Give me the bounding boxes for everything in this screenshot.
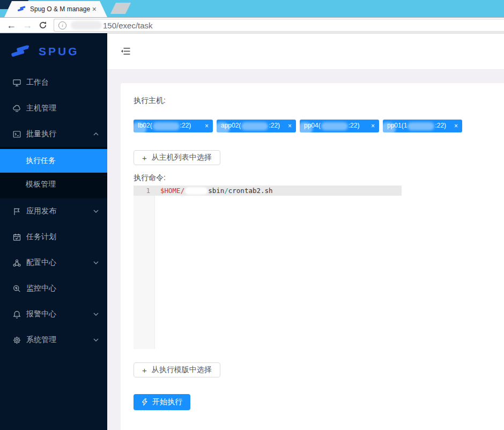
- exec-task-card: 执行主机: lb02(:22) × app02(:22) × pp04(:22)…: [121, 83, 504, 430]
- new-tab-button[interactable]: [110, 3, 131, 14]
- redaction-blur: [241, 122, 268, 130]
- sidebar-item-app-release[interactable]: 应用发布: [0, 198, 107, 224]
- logo-text: SPUG: [39, 45, 79, 58]
- sidebar-item-workbench[interactable]: 工作台: [0, 70, 107, 95]
- host-tag[interactable]: lb02(:22) ×: [134, 120, 213, 132]
- exec-command-label: 执行命令:: [134, 173, 491, 183]
- sidebar-item-label: 批量执行: [26, 129, 93, 139]
- browser-tab-bar: Spug O & M managem ×: [0, 0, 504, 17]
- monitor-icon: [13, 285, 21, 293]
- main-content: 执行主机: lb02(:22) × app02(:22) × pp04(:22)…: [107, 70, 504, 430]
- plus-icon: +: [142, 366, 147, 375]
- setting-icon: [13, 336, 21, 344]
- select-template-button[interactable]: + 从执行模版中选择: [134, 362, 220, 377]
- forward-icon: →: [23, 20, 32, 30]
- tag-close-icon[interactable]: ×: [205, 123, 209, 129]
- sidebar-item-label: 工作台: [26, 78, 99, 87]
- info-icon[interactable]: i: [58, 21, 66, 29]
- code-icon: [13, 130, 21, 138]
- caret-down-icon: [93, 338, 99, 342]
- select-hosts-button[interactable]: + 从主机列表中选择: [134, 150, 220, 165]
- caret-down-icon: [93, 210, 99, 213]
- editor-line-1: 1 $HOME/sbin/crontab2.sh: [134, 186, 402, 196]
- redaction-blur: [321, 122, 348, 130]
- cloud-server-icon: [13, 105, 21, 113]
- flag-icon: [13, 207, 21, 216]
- deployment-icon: [13, 259, 21, 267]
- redaction-blur: [153, 122, 180, 130]
- url-text[interactable]: 150/exec/task: [103, 21, 153, 30]
- redaction-blur: [185, 187, 207, 195]
- host-tag[interactable]: app02(:22) ×: [217, 120, 296, 132]
- tag-close-icon[interactable]: ×: [288, 123, 292, 129]
- spug-logo-icon: [11, 43, 30, 60]
- start-exec-button[interactable]: 开始执行: [134, 394, 190, 410]
- tab-title: Spug O & M managem: [30, 5, 90, 13]
- sidebar-item-system-mgmt[interactable]: 系统管理: [0, 327, 107, 353]
- caret-up-icon: [93, 132, 99, 136]
- tag-close-icon[interactable]: ×: [454, 123, 458, 129]
- sidebar-item-batch-exec[interactable]: 批量执行: [0, 121, 107, 147]
- tag-close-icon[interactable]: ×: [371, 123, 375, 129]
- caret-down-icon: [93, 313, 99, 316]
- thunderbolt-icon: [142, 398, 147, 406]
- sidebar: SPUG 工作台 主机管理 批量执行: [0, 33, 107, 430]
- address-input[interactable]: i 150/exec/task: [54, 19, 504, 32]
- sidebar-menu: 工作台 主机管理 批量执行 执行任务 模板管理: [0, 70, 107, 353]
- sidebar-subitem-template-mgmt[interactable]: 模板管理: [0, 173, 107, 196]
- batch-exec-submenu: 执行任务 模板管理: [0, 147, 107, 198]
- browser-url-bar: ← → i 150/exec/task: [0, 17, 504, 33]
- sidebar-item-task-schedule[interactable]: 任务计划: [0, 224, 107, 250]
- calendar-icon: [13, 233, 21, 241]
- back-icon[interactable]: ←: [6, 20, 16, 30]
- caret-down-icon: [93, 261, 99, 264]
- logo[interactable]: SPUG: [0, 33, 107, 70]
- sidebar-item-label: 主机管理: [26, 103, 99, 113]
- sidebar-subitem-label: 模板管理: [26, 180, 56, 189]
- sidebar-item-label: 配置中心: [26, 258, 93, 268]
- tab-close-icon[interactable]: ×: [92, 5, 97, 13]
- redaction-blur: [407, 122, 434, 130]
- plus-icon: +: [142, 153, 147, 162]
- sidebar-item-alarm-center[interactable]: 报警中心: [0, 301, 107, 327]
- exec-hosts-label: 执行主机:: [134, 96, 491, 106]
- reload-icon[interactable]: [39, 21, 47, 29]
- sidebar-item-label: 应用发布: [26, 206, 93, 216]
- line-number: 1: [134, 187, 155, 195]
- sidebar-item-label: 任务计划: [26, 232, 99, 242]
- host-tag-list: lb02(:22) × app02(:22) × pp04(:22) × pp0…: [134, 120, 491, 132]
- sidebar-item-label: 监控中心: [26, 284, 99, 293]
- sidebar-item-label: 系统管理: [26, 335, 93, 345]
- host-tag[interactable]: pp04(:22) ×: [300, 120, 379, 132]
- sidebar-subitem-label: 执行任务: [26, 156, 56, 166]
- sidebar-item-hosts[interactable]: 主机管理: [0, 95, 107, 121]
- command-editor[interactable]: 1 $HOME/sbin/crontab2.sh: [134, 186, 402, 349]
- sidebar-item-label: 报警中心: [26, 309, 93, 319]
- editor-gutter: [134, 186, 155, 349]
- desktop-icon: [13, 79, 21, 87]
- host-tag[interactable]: pp01(1:22) ×: [383, 120, 462, 132]
- url-redaction-blur: [71, 21, 102, 29]
- spug-favicon-icon: [17, 5, 26, 14]
- sidebar-item-monitor-center[interactable]: 监控中心: [0, 276, 107, 301]
- alert-icon: [13, 310, 21, 318]
- code-text: $HOME/sbin/crontab2.sh: [155, 187, 273, 195]
- sidebar-item-config-center[interactable]: 配置中心: [0, 250, 107, 276]
- page-header: [107, 33, 504, 70]
- browser-tab[interactable]: Spug O & M managem ×: [4, 1, 107, 17]
- sidebar-subitem-exec-task[interactable]: 执行任务: [0, 149, 107, 173]
- menu-fold-icon[interactable]: [121, 47, 130, 55]
